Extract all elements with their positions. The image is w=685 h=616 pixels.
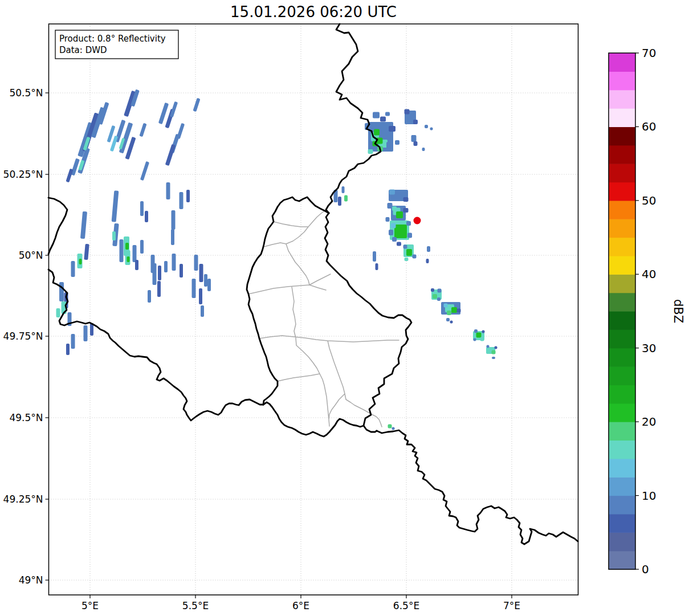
radar-echo: [199, 288, 202, 304]
radar-echo: [444, 304, 448, 308]
radar-echo: [112, 190, 119, 222]
station-marker: [414, 217, 421, 225]
radar-echo: [157, 281, 161, 297]
radar-echo: [59, 282, 64, 301]
radar-echo: [171, 229, 174, 245]
radar-echo: [474, 329, 478, 333]
x-tick-label: 7°E: [503, 600, 520, 611]
colorbar-ticks: 010203040506070: [635, 46, 656, 576]
radar-echo: [71, 334, 75, 349]
radar-echo: [172, 210, 176, 230]
radar-echo: [135, 260, 138, 270]
y-tick-label: 49.5°N: [9, 412, 43, 423]
colorbar-segment: [609, 496, 635, 515]
radar-echo: [433, 294, 437, 299]
radar-echo: [127, 256, 130, 262]
radar-echo: [425, 125, 428, 128]
radar-echo: [199, 264, 203, 282]
colorbar-segment: [609, 385, 635, 403]
colorbar-segment: [609, 422, 635, 440]
colorbar-tick-label: 70: [642, 46, 656, 60]
radar-echo: [427, 246, 430, 252]
product-annotation-box: Product: 0.8° Reflectivity Data: DWD: [55, 30, 178, 59]
radar-echo: [392, 427, 395, 430]
radar-echo: [368, 149, 373, 154]
radar-echo: [165, 144, 176, 166]
annotation-data-line: Data: DWD: [59, 45, 107, 55]
radar-echo: [397, 242, 401, 246]
border-germany-luxembourg: [325, 213, 411, 432]
colorbar-segment: [609, 164, 635, 182]
colorbar-axis-title: dBZ: [671, 299, 685, 323]
annotation-product-line: Product: 0.8° Reflectivity: [59, 34, 166, 44]
radar-echo: [140, 161, 149, 181]
colorbar-segment: [609, 256, 635, 275]
radar-echo: [388, 425, 392, 429]
radar-echo: [414, 141, 418, 146]
x-tick-label: 5.5°E: [182, 600, 209, 611]
colorbar-segment: [609, 127, 635, 145]
radar-echo: [80, 211, 87, 239]
x-tick-label: 6°E: [292, 600, 309, 611]
colorbar-segment: [609, 219, 635, 238]
radar-echo: [145, 211, 148, 222]
radar-echo: [495, 346, 498, 349]
colorbar-tick-label: 30: [642, 341, 656, 355]
radar-echo: [193, 98, 200, 112]
radar-echo: [186, 190, 190, 202]
colorbar-segment: [609, 201, 635, 219]
y-tick-label: 50.5°N: [9, 87, 43, 99]
radar-echo: [437, 297, 441, 301]
radar-echo: [194, 255, 198, 271]
radar-echo: [66, 169, 73, 183]
radar-echo: [480, 337, 484, 341]
colorbar-segment: [609, 90, 635, 109]
radar-echo: [112, 231, 116, 240]
radar-echo: [374, 129, 380, 136]
radar-echo: [133, 245, 137, 262]
colorbar-segment: [609, 532, 635, 551]
axis-ticks: [46, 93, 512, 598]
radar-echo: [406, 249, 412, 256]
colorbar-segment: [609, 182, 635, 201]
radar-echo: [392, 206, 397, 211]
radar-echo: [166, 182, 170, 199]
colorbar-tick-label: 50: [642, 194, 656, 207]
radar-echo: [438, 289, 442, 293]
radar-echo: [430, 128, 433, 130]
radar-echo: [180, 264, 183, 278]
figure-title: 15.01.2026 06:20 UTC: [230, 3, 397, 21]
colorbar-segment: [609, 329, 635, 348]
radar-echo: [395, 140, 399, 145]
y-tick-label: 49.75°N: [3, 331, 43, 342]
radar-echo: [71, 261, 75, 277]
radar-echo: [139, 123, 146, 137]
radar-echo: [140, 240, 144, 254]
colorbar-segment: [609, 53, 635, 72]
colorbar-segment: [609, 459, 635, 478]
national-borders: [48, 24, 578, 544]
colorbar-segment: [609, 514, 635, 533]
radar-echo: [180, 192, 184, 209]
x-tick-label: 6.5°E: [393, 600, 419, 611]
radar-echo: [482, 331, 485, 333]
radar-echo: [389, 126, 395, 132]
colorbar-segment: [609, 71, 635, 90]
radar-echo: [148, 290, 151, 303]
radar-echo: [373, 112, 380, 119]
border-belgium-germany: [326, 24, 381, 213]
radar-echo: [66, 344, 70, 355]
colorbar-segment: [609, 274, 635, 293]
colorbar-segment: [609, 238, 635, 256]
colorbar-tick-label: 20: [642, 415, 656, 429]
radar-echo: [403, 245, 407, 249]
radar-echo: [386, 217, 390, 222]
radar-echo: [125, 243, 129, 250]
radar-echo: [373, 251, 376, 262]
y-tick-label: 50°N: [19, 250, 43, 261]
colorbar-segment: [609, 348, 635, 367]
colorbar-segments: [609, 53, 635, 570]
border-france-germany: [377, 430, 578, 544]
radar-echo: [394, 225, 407, 238]
radar-echo: [201, 305, 204, 317]
